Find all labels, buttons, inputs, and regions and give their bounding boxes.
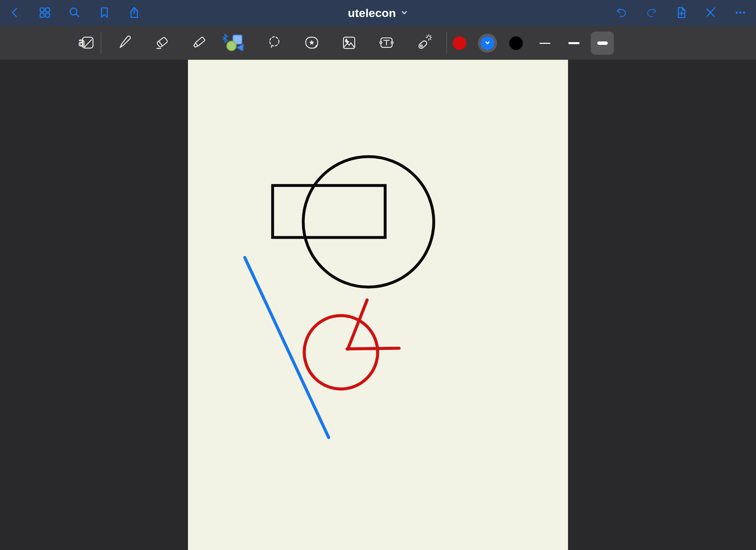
lasso-tool[interactable] (264, 33, 285, 53)
chevron-down-icon (401, 9, 408, 18)
redo-icon (645, 6, 658, 20)
zoom-window-icon: a (77, 33, 97, 54)
sparkle (426, 35, 432, 40)
chevron-down-icon (484, 40, 491, 47)
sticker-star-icon (302, 33, 322, 54)
add-page-icon (675, 6, 688, 20)
read-only-toggle-button[interactable] (703, 5, 718, 20)
back-chevron-icon (8, 6, 21, 20)
canvas-area (0, 60, 756, 550)
color-swatch-blue-selected[interactable] (478, 34, 497, 53)
navigation-bar: utelecon (0, 0, 756, 26)
text-tool[interactable] (376, 33, 397, 53)
toolbar-divider (101, 32, 101, 54)
share-icon (128, 6, 141, 20)
redo-button[interactable] (644, 5, 659, 20)
color-swatch-black[interactable] (509, 36, 523, 50)
eraser-tool[interactable] (152, 33, 172, 53)
thickness-medium[interactable] (564, 33, 584, 53)
toolbar-divider (446, 32, 447, 54)
undo-button[interactable] (614, 5, 629, 20)
ink-stroke-5 (347, 348, 399, 349)
zoom-window-tool[interactable]: a (76, 33, 97, 53)
notebook-title[interactable]: utelecon (348, 0, 408, 26)
thickness-thin[interactable] (535, 33, 555, 53)
image-tool[interactable] (339, 33, 359, 53)
lasso-icon (264, 33, 284, 54)
eraser-icon (152, 33, 172, 54)
image-icon (339, 33, 359, 54)
highlighter-tool[interactable] (189, 33, 210, 53)
shapes-icon (227, 35, 243, 51)
pen-icon (115, 33, 135, 54)
undo-icon (615, 6, 628, 20)
pencil-cross-icon (704, 6, 717, 20)
ink-stroke-0 (303, 157, 434, 287)
bookmark-button[interactable] (97, 5, 112, 20)
ink-layer (188, 60, 568, 550)
ellipsis-icon (734, 6, 747, 20)
add-page-button[interactable] (674, 5, 689, 20)
elements-tool[interactable] (302, 33, 322, 53)
document-page[interactable] (188, 60, 568, 550)
tool-bar: a (0, 26, 756, 60)
grid-icon (38, 6, 51, 20)
bookmark-icon (98, 6, 111, 20)
back-button[interactable] (7, 5, 22, 20)
pen-tool[interactable] (115, 33, 135, 53)
laser-pointer-tool[interactable] (414, 33, 434, 53)
thin-line-icon (539, 43, 550, 44)
ink-stroke-1 (273, 185, 385, 237)
text-icon (377, 33, 396, 54)
page-thumbnails-button[interactable] (37, 5, 52, 20)
share-button[interactable] (127, 5, 142, 20)
laser-pointer-icon (414, 33, 434, 54)
thick-line-icon (597, 41, 608, 45)
search-icon (68, 6, 81, 20)
page-title: utelecon (348, 6, 396, 20)
bluetooth-icon (223, 34, 227, 42)
ink-stroke-2 (245, 258, 329, 438)
search-button[interactable] (67, 5, 82, 20)
highlighter-icon (190, 33, 209, 54)
svg-text:a: a (78, 36, 85, 49)
color-swatch-red[interactable] (453, 36, 466, 50)
thickness-thick-selected[interactable] (591, 32, 614, 55)
medium-line-icon (568, 42, 580, 44)
shapes-tool[interactable] (222, 33, 247, 53)
ink-stroke-3 (304, 316, 378, 389)
more-button[interactable] (733, 5, 748, 20)
